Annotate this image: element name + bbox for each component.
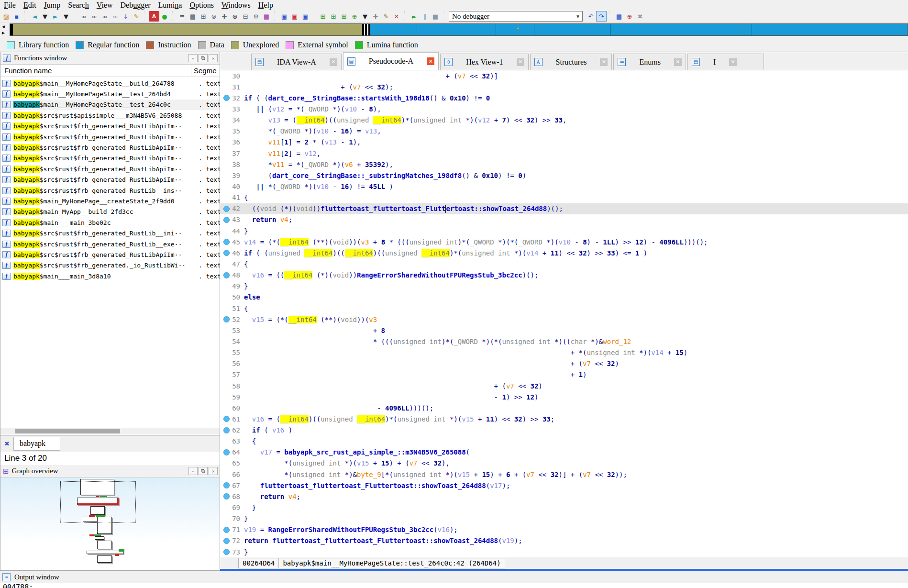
code-line-61[interactable]: 61 v16 = (__int64)((unsigned __int64)*(u…: [220, 413, 908, 424]
code-line-60[interactable]: 60 - 4096LL)))();: [220, 402, 908, 413]
code-line-72[interactable]: 72 return fluttertoast_fluttertoast_Flut…: [220, 535, 908, 546]
menu-debugger[interactable]: Debugger: [117, 1, 155, 10]
navband-left-icon[interactable]: ◄: [1, 23, 8, 30]
code-gutter[interactable]: 66: [220, 469, 244, 480]
code-gutter[interactable]: 71: [220, 524, 244, 535]
navband-regular[interactable]: [370, 24, 908, 35]
menu-options[interactable]: Options: [186, 1, 218, 10]
code-line-67[interactable]: 67 fluttertoast_fluttertoast_Fluttertoas…: [220, 480, 908, 491]
code-line-39[interactable]: 39 (dart_core__StringBase::_substringMat…: [220, 170, 908, 181]
code-line-73[interactable]: 73 }: [220, 546, 908, 557]
options-gear-icon[interactable]: ⚙: [251, 11, 261, 22]
code-gutter[interactable]: 63: [220, 436, 244, 447]
code-line-57[interactable]: 57 + 1): [220, 369, 908, 380]
code-gutter[interactable]: 31: [220, 81, 244, 92]
tab-close-icon[interactable]: ✕: [330, 58, 337, 66]
code-gutter[interactable]: 49: [220, 281, 244, 292]
create-data-icon[interactable]: ⊞: [328, 11, 339, 22]
breakpoint-icon[interactable]: [223, 217, 230, 223]
breakpoint-icon[interactable]: [223, 538, 230, 544]
breakpoint-icon[interactable]: [223, 493, 230, 499]
code-line-40[interactable]: 40 || *(_QWORD *)(v10 - 16) != 45LL ): [220, 181, 908, 192]
float-button[interactable]: ⧉: [199, 467, 208, 475]
attach-process-icon[interactable]: ⊕: [624, 11, 635, 22]
code-line-35[interactable]: 35 *(_QWORD *)(v10 - 16) = v13,: [220, 126, 908, 137]
code-gutter[interactable]: 57: [220, 369, 244, 380]
debug-windows-icon[interactable]: ▤: [614, 11, 624, 22]
close-button[interactable]: ×: [209, 54, 218, 62]
code-line-70[interactable]: 70 }: [220, 513, 908, 524]
function-row[interactable]: f babyapk$main__MyHomePageState__test_26…: [0, 89, 220, 99]
code-line-31[interactable]: 31 + (v7 << 32);: [220, 81, 908, 92]
search-again-icon[interactable]: ∞: [110, 11, 121, 22]
code-gutter[interactable]: 51: [220, 303, 244, 314]
create-more-icon[interactable]: ▼: [360, 11, 370, 22]
functions-column-header[interactable]: Function name Segme: [0, 65, 220, 77]
code-gutter[interactable]: 34: [220, 115, 244, 126]
tab-ida-view-a[interactable]: ▤ IDA View-A ✕: [251, 54, 342, 70]
create-struct-icon[interactable]: ⊕: [349, 11, 360, 22]
code-line-48[interactable]: 48 v16 = ((__int64 (*)(void))RangeErrorS…: [220, 270, 908, 281]
menu-search[interactable]: Search: [64, 1, 93, 10]
function-row[interactable]: f babyapk$src$rust$frb_generated_RustLib…: [0, 164, 220, 174]
breakpoint-icon[interactable]: [223, 250, 230, 256]
tab-pseudocode-a[interactable]: ▤ Pseudocode-A ✕: [343, 52, 439, 70]
code-gutter[interactable]: 30: [220, 70, 244, 81]
menu-edit[interactable]: Edit: [20, 1, 40, 10]
code-line-51[interactable]: 51 {: [220, 303, 908, 314]
functions-hscrollbar[interactable]: [0, 428, 220, 434]
function-row[interactable]: f babyapk$src$rust$frb_generated_RustLib…: [0, 153, 220, 164]
tab-hex-view-1[interactable]: 0 Hex View-1 ✕: [440, 54, 528, 70]
code-gutter[interactable]: 48: [220, 270, 244, 281]
code-line-38[interactable]: 38 *v11 = *(_QWORD *)(v6 + 35392),: [220, 159, 908, 170]
produce-c-file-icon[interactable]: ↷: [596, 11, 607, 22]
debugger-stop-icon[interactable]: ■: [430, 11, 441, 22]
code-gutter[interactable]: 44: [220, 225, 244, 236]
code-gutter[interactable]: 61: [220, 413, 244, 424]
windows-list-icon[interactable]: ▣: [279, 11, 289, 22]
breakpoint-icon[interactable]: [223, 239, 230, 245]
names-window-icon[interactable]: ▤: [188, 11, 198, 22]
code-line-63[interactable]: 63 {: [220, 436, 908, 447]
output-log-line[interactable]: 004788: ...: [0, 583, 908, 588]
code-line-71[interactable]: 71 v19 = RangeErrorSharedWithoutFPURegsS…: [220, 524, 908, 535]
desktop-windows-icon[interactable]: ▣: [300, 11, 310, 22]
code-gutter[interactable]: 36: [220, 137, 244, 148]
recent-windows-icon[interactable]: ▣: [289, 11, 300, 22]
code-gutter[interactable]: 65: [220, 458, 244, 469]
step-source-icon[interactable]: ↶: [586, 11, 596, 22]
code-line-62[interactable]: 62 if ( v16 ): [220, 425, 908, 436]
menu-file[interactable]: File: [0, 1, 20, 10]
breakpoint-icon[interactable]: [223, 449, 230, 455]
function-row[interactable]: f babyapk$src$rust$api$simple___m3N4B5V6…: [0, 110, 220, 121]
forward-arrow-icon[interactable]: ►: [50, 11, 61, 22]
create-name-icon[interactable]: ⊞: [339, 11, 349, 22]
navband-unexplored[interactable]: [10, 24, 362, 35]
code-line-65[interactable]: 65 *(unsigned int *)(v15 + 15) + (v7 << …: [220, 458, 908, 469]
function-row[interactable]: f babyapk$src$rust$frb_generated_RustLib…: [0, 228, 220, 238]
code-gutter[interactable]: 59: [220, 391, 244, 402]
create-code-icon[interactable]: ⊞: [318, 11, 328, 22]
breakpoint-icon[interactable]: [223, 549, 230, 555]
function-row[interactable]: f babyapk$main__MyHomePageState__build_2…: [0, 78, 220, 89]
restore-button[interactable]: ▫: [188, 467, 198, 475]
function-row[interactable]: f babyapk$main_MyApp__build_2fd3cc . tex…: [0, 207, 220, 217]
breakpoint-icon[interactable]: [223, 482, 230, 488]
function-row[interactable]: f babyapk$main_MyHomePage__createState_2…: [0, 196, 220, 206]
back-history-icon[interactable]: ▼: [40, 11, 50, 22]
debugger-run-icon[interactable]: ►: [409, 11, 420, 22]
tab-close-icon[interactable]: ✕: [674, 58, 682, 66]
search-text-icon[interactable]: ∞: [89, 11, 100, 22]
code-line-33[interactable]: 33 || (v12 = *(_QWORD *)(v10 - 8),: [220, 103, 908, 114]
code-gutter[interactable]: 55: [220, 347, 244, 358]
function-row[interactable]: f babyapk$src$rust$frb_generated_RustLib…: [0, 132, 220, 142]
debugger-pause-icon[interactable]: ‖: [420, 11, 430, 22]
code-line-44[interactable]: 44 }: [220, 225, 908, 236]
breakpoint-icon[interactable]: [223, 272, 230, 278]
breakpoint-icon[interactable]: [223, 316, 230, 322]
column-segment[interactable]: Segme: [194, 67, 217, 75]
code-gutter[interactable]: 43: [220, 214, 244, 225]
code-gutter[interactable]: 60: [220, 402, 244, 413]
code-gutter[interactable]: 33: [220, 103, 244, 114]
code-line-69[interactable]: 69 }: [220, 502, 908, 513]
